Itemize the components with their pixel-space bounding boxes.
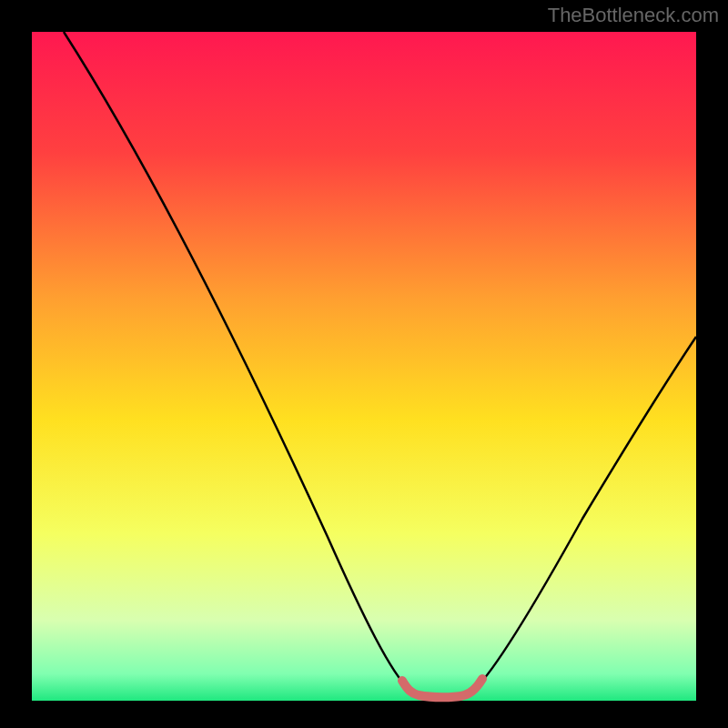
chart-container: TheBottleneck.com <box>0 0 728 728</box>
watermark-text: TheBottleneck.com <box>548 4 719 27</box>
plot-background <box>32 32 696 701</box>
chart-svg <box>0 0 728 728</box>
